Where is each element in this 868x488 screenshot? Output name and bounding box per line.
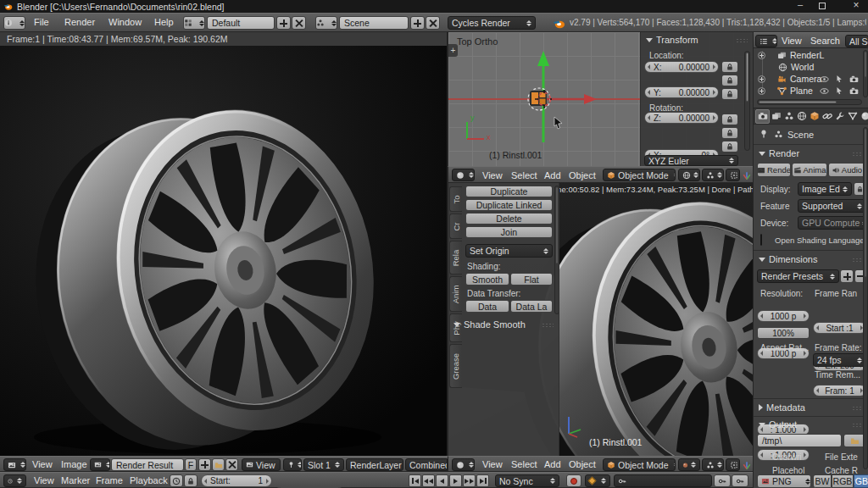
- output-path-field[interactable]: /tmp\: [757, 434, 842, 447]
- duplicate-button[interactable]: Duplicate: [465, 186, 553, 197]
- scrollbar-thumb[interactable]: [746, 53, 748, 102]
- display-select[interactable]: Image Ed: [798, 182, 852, 196]
- menu-render[interactable]: Render: [64, 17, 95, 27]
- preset-add-button[interactable]: [840, 269, 854, 283]
- jump-to-end-button[interactable]: [476, 474, 489, 487]
- menu-add[interactable]: Add: [544, 459, 561, 469]
- tab-material-icon[interactable]: [860, 111, 868, 121]
- expand-icon[interactable]: [758, 75, 765, 83]
- lock-location-z-button[interactable]: [721, 88, 738, 100]
- scrollbar-thumb[interactable]: [865, 52, 866, 77]
- render-engine-select[interactable]: Cycles Render: [448, 16, 536, 30]
- tab-data-icon[interactable]: [848, 111, 858, 121]
- render-presets-select[interactable]: Render Presets: [757, 269, 839, 283]
- lock-rotation-z-button[interactable]: [721, 141, 738, 152]
- scrollbar-thumb[interactable]: [556, 187, 558, 263]
- menu-marker[interactable]: Marker: [61, 475, 90, 485]
- renderability-camera-icon[interactable]: [849, 75, 859, 84]
- scrollbar-thumb[interactable]: [865, 129, 866, 277]
- properties-scrollbar[interactable]: [863, 127, 868, 469]
- editor-type-button[interactable]: [3, 458, 26, 471]
- menu-select[interactable]: Select: [511, 459, 537, 469]
- outliner-item-label[interactable]: Plane: [790, 86, 813, 96]
- active-keying-set-field[interactable]: [614, 474, 712, 487]
- menu-view[interactable]: View: [782, 36, 802, 46]
- render-audio-button[interactable]: Audio: [828, 163, 865, 177]
- jump-to-start-button[interactable]: [409, 474, 421, 487]
- render-still-button[interactable]: Rende: [757, 163, 791, 177]
- layout-add-button[interactable]: [276, 16, 291, 30]
- osl-checkbox[interactable]: [760, 234, 762, 246]
- layout-delete-button[interactable]: [292, 16, 306, 30]
- tab-create[interactable]: Cr: [449, 214, 462, 239]
- record-button[interactable]: [566, 474, 581, 487]
- manipulator-axis-icon[interactable]: [742, 460, 752, 470]
- menu-playback[interactable]: Playback: [130, 475, 168, 485]
- menu-view[interactable]: View: [482, 170, 503, 180]
- editor-type-button[interactable]: [3, 474, 26, 487]
- outliner-item-label[interactable]: RenderL: [790, 50, 824, 60]
- frame-step-field[interactable]: Fram: 1: [813, 385, 866, 396]
- location-z-field[interactable]: Z:0.00000: [644, 112, 719, 124]
- renderability-camera-icon[interactable]: [849, 86, 859, 96]
- scene-name-field[interactable]: Scene: [339, 16, 409, 30]
- rotation-mode-select[interactable]: XYZ Euler: [644, 155, 738, 166]
- mode-select[interactable]: Object Mode: [603, 458, 676, 471]
- duplicate-linked-button[interactable]: Duplicate Linked: [465, 199, 553, 211]
- expand-icon[interactable]: [758, 87, 765, 95]
- scrollbar-thumb[interactable]: [759, 101, 837, 103]
- menu-view[interactable]: View: [32, 459, 53, 469]
- resolution-x-field[interactable]: 1000 p: [757, 310, 810, 322]
- pass-select[interactable]: Combined: [405, 458, 448, 471]
- keying-set-select[interactable]: [585, 474, 610, 487]
- play-button[interactable]: [449, 474, 462, 487]
- slot-select[interactable]: Slot 1: [303, 458, 344, 471]
- filter-select[interactable]: All Sc: [845, 35, 868, 47]
- pin-button[interactable]: [283, 458, 302, 471]
- play-fast-button[interactable]: [463, 474, 476, 487]
- layout-name-field[interactable]: Default: [207, 16, 275, 30]
- frame-start-field[interactable]: Start :1: [813, 322, 866, 334]
- shade-smooth-panel-header[interactable]: Shade Smooth: [453, 319, 526, 330]
- panel-grip[interactable]: [542, 323, 554, 328]
- insert-keyframe-button[interactable]: [714, 474, 731, 487]
- menu-select[interactable]: Select: [511, 170, 537, 180]
- data-button[interactable]: Data: [465, 300, 509, 313]
- location-y-field[interactable]: Y:0.00000: [644, 86, 719, 98]
- join-button[interactable]: Join: [465, 226, 553, 238]
- menu-view[interactable]: View: [482, 459, 503, 469]
- color-mode-rgb-button[interactable]: RGB: [832, 474, 854, 488]
- tab-modifiers-icon[interactable]: [835, 111, 845, 121]
- metadata-panel-header[interactable]: Metadata: [759, 402, 805, 413]
- color-mode-rgba-button[interactable]: RGBA: [854, 474, 868, 488]
- display-mode-select[interactable]: View: [242, 458, 281, 471]
- unlink-image-button[interactable]: [225, 458, 238, 471]
- editor-type-button[interactable]: [452, 458, 475, 471]
- delete-keyframe-button[interactable]: [732, 474, 748, 487]
- visibility-eye-icon[interactable]: [820, 86, 829, 96]
- fake-user-button[interactable]: F: [185, 458, 197, 471]
- color-mode-bw-button[interactable]: BW: [813, 474, 832, 488]
- close-button[interactable]: ×: [846, 0, 866, 11]
- tab-world-icon[interactable]: [797, 111, 807, 121]
- tab-scene-icon[interactable]: [784, 111, 794, 121]
- visibility-eye-icon[interactable]: [820, 75, 829, 84]
- snap-button[interactable]: [726, 169, 740, 181]
- outliner-row-plane[interactable]: Plane: [754, 85, 868, 97]
- region-expand-tab[interactable]: +: [448, 44, 458, 57]
- data-layout-button[interactable]: Data La: [510, 300, 553, 313]
- panel-scrollbar[interactable]: [554, 186, 559, 314]
- layout-browse-button[interactable]: [183, 16, 205, 30]
- render-panel-header[interactable]: Render: [759, 148, 799, 158]
- preview-range-button[interactable]: [170, 474, 183, 487]
- snap-button[interactable]: [726, 458, 740, 471]
- transform-panel-header[interactable]: Transform: [646, 35, 698, 45]
- mode-select[interactable]: Object Mode: [603, 169, 676, 181]
- menu-view[interactable]: View: [34, 475, 54, 485]
- outliner-row-camera[interactable]: Camera: [754, 73, 868, 85]
- maximize-button[interactable]: [819, 3, 826, 9]
- pin-icon[interactable]: [759, 129, 769, 139]
- menu-help[interactable]: Help: [154, 17, 174, 27]
- new-image-button[interactable]: [198, 458, 211, 471]
- play-reverse-button[interactable]: [436, 474, 448, 487]
